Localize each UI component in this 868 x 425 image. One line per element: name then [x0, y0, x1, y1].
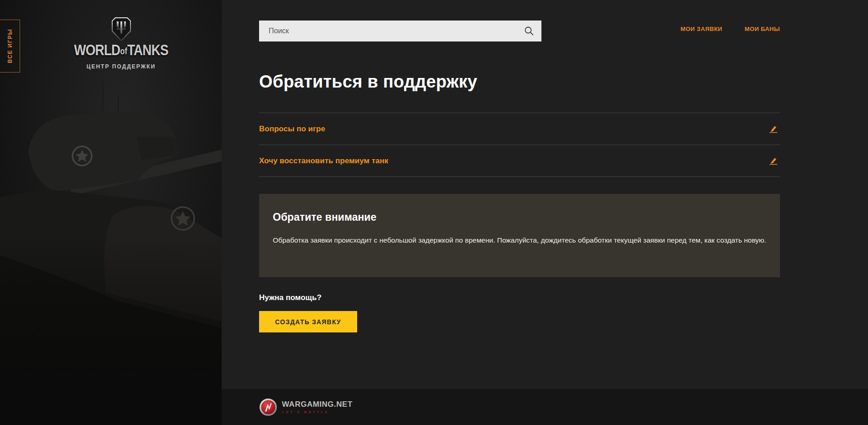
pencil-edit-icon: [768, 156, 778, 165]
wargaming-wordmark: WARGAMING.NET LET'S BATTLE: [282, 400, 353, 414]
all-games-tab[interactable]: ВСЕ ИГРЫ: [0, 20, 20, 73]
category-row-game-questions[interactable]: Вопросы по игре: [259, 113, 780, 145]
search-button[interactable]: [517, 21, 541, 41]
category-list: Вопросы по игре Хочу восстановить премиу…: [259, 113, 780, 177]
search-input[interactable]: [259, 21, 517, 41]
help-prompt: Нужна помощь?: [259, 293, 322, 302]
magnifier-icon: [524, 26, 535, 36]
support-center-subtitle: ЦЕНТР ПОДДЕРЖКИ: [21, 63, 222, 70]
wargaming-brand-text: WARGAMING.NET: [282, 400, 353, 408]
main-content: МОИ ЗАЯВКИ МОИ БАНЫ Обратиться в поддерж…: [222, 0, 868, 389]
wargaming-logo[interactable]: WARGAMING.NET LET'S BATTLE: [259, 398, 353, 416]
top-nav: МОИ ЗАЯВКИ МОИ БАНЫ: [681, 26, 780, 32]
all-games-label: ВСЕ ИГРЫ: [7, 29, 13, 63]
edit-button[interactable]: [766, 123, 780, 135]
support-center-page: ВСЕ ИГРЫ WORLDofTANKS ЦЕНТР ПОДДЕРЖКИ: [0, 0, 868, 425]
my-tickets-link[interactable]: МОИ ЗАЯВКИ: [681, 26, 722, 32]
footer: WARGAMING.NET LET'S BATTLE: [222, 389, 868, 425]
category-label[interactable]: Хочу восстановить премиум танк: [259, 156, 388, 166]
world-of-tanks-logo[interactable]: WORLDofTANKS ЦЕНТР ПОДДЕРЖКИ: [21, 17, 222, 70]
my-bans-link[interactable]: МОИ БАНЫ: [745, 26, 780, 32]
wargaming-emblem-icon: [259, 398, 277, 416]
wordmark-of: of: [120, 46, 127, 56]
notice-box: Обратите внимание Обработка заявки проис…: [259, 194, 780, 277]
create-ticket-button[interactable]: СОЗДАТЬ ЗАЯВКУ: [259, 311, 357, 332]
sidebar: ВСЕ ИГРЫ WORLDofTANKS ЦЕНТР ПОДДЕРЖКИ: [0, 0, 222, 425]
search-bar: [259, 21, 541, 41]
category-row-restore-premium-tank[interactable]: Хочу восстановить премиум танк: [259, 145, 780, 176]
edit-button[interactable]: [766, 155, 780, 167]
notice-body: Обработка заявки происходит с небольшой …: [273, 234, 766, 246]
page-title: Обратиться в поддержку: [259, 72, 477, 92]
divider: [259, 176, 780, 177]
wargaming-tagline: LET'S BATTLE: [282, 410, 353, 414]
notice-title: Обратите внимание: [273, 211, 766, 223]
category-label[interactable]: Вопросы по игре: [259, 124, 325, 134]
wot-wordmark: WORLDofTANKS: [39, 42, 204, 59]
wordmark-world: WORLD: [74, 41, 120, 58]
wot-shield-icon: [112, 17, 131, 41]
wordmark-tanks: TANKS: [127, 41, 168, 58]
pencil-edit-icon: [768, 124, 778, 133]
